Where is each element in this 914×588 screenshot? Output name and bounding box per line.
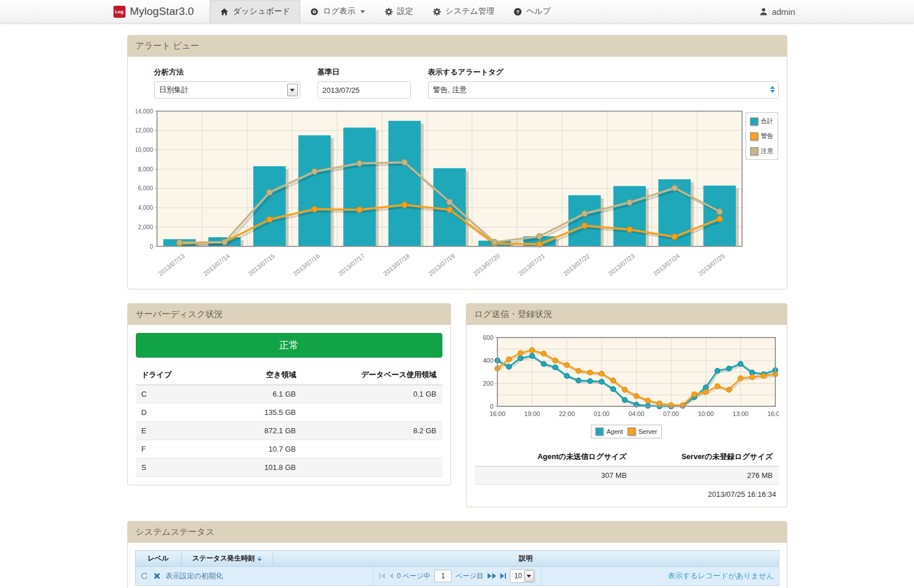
select-dropdown-button[interactable] (524, 570, 534, 582)
svg-text:2,000: 2,000 (138, 224, 152, 230)
svg-text:14,000: 14,000 (136, 109, 153, 115)
svg-text:2013/07/19: 2013/07/19 (426, 252, 456, 277)
svg-text:13:00: 13:00 (732, 410, 748, 417)
page-count-text: 0 ページ中 (397, 571, 430, 581)
col-description[interactable]: 説明 (273, 551, 779, 566)
svg-text:2013/07/20: 2013/07/20 (472, 252, 501, 277)
svg-text:2013/07/16: 2013/07/16 (292, 252, 321, 277)
chevron-down-icon (360, 10, 365, 13)
disk-table: ドライブ 空き領域 データベース使用領域 C 6.1 GB 0.1 GB D (136, 365, 442, 477)
svg-text:10,000: 10,000 (136, 146, 153, 153)
gear-icon (385, 7, 393, 16)
sort-icon[interactable] (257, 556, 262, 561)
question-circle-icon: ? (513, 7, 522, 16)
svg-text:400: 400 (483, 357, 493, 364)
system-status-grid: レベル ステータス発生時刻 説明 表示設 (135, 550, 779, 586)
legend-swatch-total (750, 117, 758, 126)
system-status-panel: システムステータス レベル ステータス発生時刻 説明 (127, 521, 787, 588)
pagination: 0 ページ中 ページ目 10 (372, 567, 541, 585)
col-level[interactable]: レベル (136, 551, 182, 566)
log-status-title: ログ送信・登録状況 (466, 304, 787, 325)
system-status-title: システムステータス (128, 522, 787, 543)
user-menu[interactable]: admin (759, 0, 801, 23)
reset-display-settings-label[interactable]: 表示設定の初期化 (166, 571, 223, 581)
tab-label: ダッシュボード (233, 6, 290, 17)
first-page-button[interactable] (379, 573, 385, 579)
svg-text:2013/07/24: 2013/07/24 (652, 252, 681, 277)
brand: Log MylogStar3.0 (113, 0, 210, 23)
legend-swatch-server (627, 428, 636, 436)
legend-item-caution: 注意 (750, 147, 774, 155)
refresh-icon[interactable] (140, 572, 148, 580)
svg-text:200: 200 (483, 380, 493, 387)
log-status-panel: ログ送信・登録状況 020040060016:0019:0022:0001:00… (466, 303, 787, 507)
svg-text:16:00: 16:00 (489, 410, 505, 417)
tab-help[interactable]: ? ヘルプ (504, 0, 560, 23)
legend-item-total: 合計 (750, 117, 774, 126)
base-date-label: 基準日 (317, 67, 411, 77)
legend-item-warning: 警告 (750, 132, 774, 140)
legend-item-agent: Agent (595, 428, 623, 436)
col-status-time[interactable]: ステータス発生時刻 (182, 551, 273, 566)
col-free: 空き領域 (227, 365, 335, 385)
grid-pager: 表示設定の初期化 0 ページ中 ページ目 10 (136, 567, 779, 585)
tab-system-admin[interactable]: システム管理 (423, 0, 504, 23)
col-server-unregistered: Serverの未登録ログサイズ (633, 448, 779, 467)
table-row: 307 MB 276 MB (474, 467, 779, 485)
nav-tabs: ダッシュボード ログ表示 設定 システム管理 (210, 0, 560, 23)
tab-dashboard[interactable]: ダッシュボード (210, 0, 300, 23)
tab-log-view[interactable]: ログ表示 (300, 0, 375, 23)
prev-page-button[interactable] (389, 573, 393, 579)
svg-text:22:00: 22:00 (559, 410, 575, 417)
svg-text:2013/07/18: 2013/07/18 (382, 252, 411, 277)
last-page-button[interactable] (500, 573, 506, 579)
svg-text:19:00: 19:00 (524, 410, 540, 417)
navbar: Log MylogStar3.0 ダッシュボード ログ表示 (0, 0, 914, 23)
tab-settings[interactable]: 設定 (375, 0, 423, 23)
clear-settings-icon[interactable] (154, 573, 160, 579)
disk-status-button[interactable]: 正常 (136, 333, 442, 358)
legend-swatch-agent (595, 428, 603, 436)
svg-text:0: 0 (489, 403, 493, 410)
legend-swatch-warning (750, 132, 758, 140)
col-db-usage: データベース使用領域 (335, 365, 442, 385)
tab-label: ログ表示 (323, 6, 355, 17)
table-row: S 101.8 GB (136, 458, 442, 477)
svg-text:2013/07/17: 2013/07/17 (336, 252, 366, 277)
updown-arrows-icon (770, 86, 775, 93)
alert-tag-select[interactable]: 警告, 注意 (428, 81, 779, 99)
analysis-method-select[interactable]: 日別集計 (154, 81, 300, 99)
svg-text:12,000: 12,000 (136, 127, 153, 134)
svg-text:2013/07/14: 2013/07/14 (202, 252, 231, 277)
app-logo-icon: Log (113, 6, 125, 18)
svg-text:?: ? (516, 9, 520, 14)
select-dropdown-button[interactable] (287, 84, 298, 96)
svg-text:2013/07/22: 2013/07/22 (562, 252, 591, 277)
table-row: D 135.5 GB (136, 403, 442, 422)
svg-text:16:00: 16:00 (767, 410, 779, 417)
svg-text:2013/07/21: 2013/07/21 (517, 252, 546, 277)
svg-text:2013/07/13: 2013/07/13 (156, 252, 186, 277)
svg-text:0: 0 (150, 243, 153, 250)
svg-text:10:00: 10:00 (697, 410, 713, 417)
log-chart-legend: Agent Server (474, 425, 779, 438)
next-page-button[interactable] (488, 573, 496, 579)
svg-text:07:00: 07:00 (663, 410, 679, 417)
svg-text:04:00: 04:00 (628, 410, 644, 417)
alert-tag-value: 警告, 注意 (433, 85, 467, 95)
table-row: E 872.1 GB 8.2 GB (136, 422, 442, 440)
analysis-method-value: 日別集計 (159, 85, 189, 95)
svg-text:8,000: 8,000 (138, 166, 152, 173)
svg-text:2013/07/25: 2013/07/25 (697, 252, 726, 277)
base-date-input[interactable]: 2013/07/25 (317, 81, 411, 99)
alert-chart-legend: 合計 警告 注意 (746, 112, 778, 160)
log-line-chart: 020040060016:0019:0022:0001:0004:0007:00… (474, 333, 779, 420)
svg-text:4,000: 4,000 (138, 204, 152, 211)
tab-label: 設定 (397, 6, 413, 17)
page-number-input[interactable] (434, 570, 452, 582)
grid-header: レベル ステータス発生時刻 説明 (136, 551, 779, 567)
home-icon (220, 7, 229, 16)
page-size-select[interactable]: 10 (510, 569, 535, 583)
person-icon (759, 7, 768, 16)
alert-bar-chart: 02,0004,0006,0008,00010,00012,00014,0002… (136, 109, 779, 279)
